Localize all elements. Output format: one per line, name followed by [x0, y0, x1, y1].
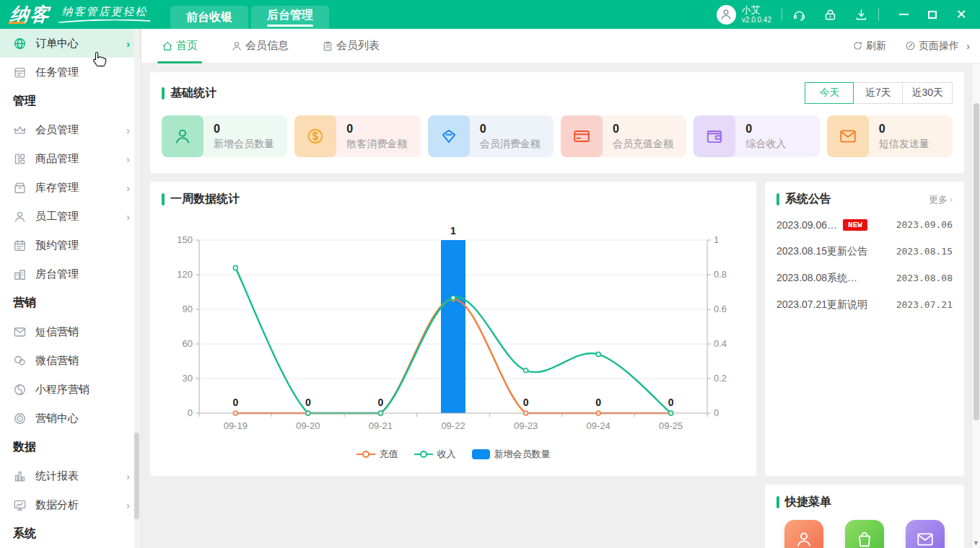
- sidebar-item-booking-mgmt[interactable]: 预约管理: [0, 231, 140, 260]
- filter-today[interactable]: 今天: [805, 82, 854, 104]
- announcement-row[interactable]: 2023.09.06… NEW 2023.09.06: [776, 211, 953, 238]
- stat-value: 0: [745, 123, 786, 136]
- stat-value: 0: [214, 123, 274, 136]
- logo-accent: [8, 22, 25, 24]
- room-icon: [13, 268, 27, 281]
- svg-text:09-19: 09-19: [224, 420, 248, 431]
- title-tick: [776, 193, 779, 206]
- date-filter-group: 今天 近7天 近30天: [805, 82, 953, 104]
- chevron-right-icon: ›: [126, 37, 130, 50]
- svg-text:09-20: 09-20: [296, 420, 320, 431]
- app-header: 纳客 纳客管店更轻松 前台收银 后台管理 小艾 v2.0.0.42 ✕: [0, 0, 980, 29]
- svg-text:150: 150: [177, 234, 193, 245]
- user-block[interactable]: 小艾 v2.0.0.42: [717, 5, 771, 25]
- sidebar-item-label: 数据分析: [35, 498, 126, 512]
- svg-text:0: 0: [714, 407, 719, 418]
- title-tick: [162, 193, 165, 206]
- stat-card-new-members[interactable]: 0 新增会员数量: [162, 115, 287, 157]
- tab-member-info[interactable]: 会员信息: [231, 29, 289, 63]
- page-content: 基础统计 今天 近7天 近30天 0 新增会员数量 0 散客消费金额: [150, 72, 964, 548]
- page-scrollbar[interactable]: ▼: [971, 63, 980, 548]
- sms-icon: [906, 520, 945, 548]
- sidebar-item-room-mgmt[interactable]: 房台管理: [0, 260, 140, 288]
- svg-text:1: 1: [714, 234, 719, 245]
- svg-text:09-23: 09-23: [514, 420, 538, 431]
- sidebar-item-order-center[interactable]: 订单中心 ›: [0, 29, 140, 58]
- page-scrollbar-thumb[interactable]: [974, 103, 979, 420]
- legend-label: 收入: [437, 448, 456, 461]
- quick-sms-send[interactable]: 短信发送: [905, 520, 945, 548]
- person-icon: [231, 40, 242, 52]
- tab-home[interactable]: 首页: [162, 29, 198, 63]
- lock-icon[interactable]: [823, 8, 837, 22]
- sidebar-scrollbar-thumb[interactable]: [134, 433, 139, 519]
- refresh-button[interactable]: 刷新: [852, 40, 886, 53]
- stat-value: 0: [879, 123, 929, 136]
- sidebar-item-miniapp-marketing[interactable]: 小程序营销: [0, 375, 140, 404]
- title-tick: [776, 496, 779, 508]
- page-ops-button[interactable]: 页面操作: [905, 40, 959, 53]
- app-logo: 纳客: [0, 1, 58, 27]
- week-chart[interactable]: 0001000030609012015000.20.40.60.8109-190…: [165, 226, 742, 442]
- quick-goods-list[interactable]: 商品列表: [844, 520, 885, 548]
- stat-card-sms-sent[interactable]: 0 短信发送量: [827, 115, 953, 157]
- avatar: [717, 5, 736, 25]
- quick-menu-panel: 快捷菜单 会员列表 商品列表 短信发送 商城订单: [765, 485, 964, 548]
- member-list-icon: [784, 520, 823, 548]
- sidebar-item-staff-mgmt[interactable]: 员工管理 ›: [0, 202, 140, 231]
- announcement-row[interactable]: 2023.08.08系统… 2023.08.08: [776, 265, 953, 291]
- stat-card-member-spend[interactable]: 0 会员消费金额: [428, 115, 554, 157]
- stat-card-recharge[interactable]: 0 会员充值金额: [561, 115, 686, 157]
- sidebar-item-inventory-mgmt[interactable]: 库存管理 ›: [0, 173, 140, 202]
- nav-front-cashier[interactable]: 前台收银: [170, 6, 248, 29]
- page-ops-icon: [905, 40, 916, 51]
- close-button[interactable]: ✕: [947, 0, 976, 29]
- sidebar-item-report[interactable]: 统计报表 ›: [0, 461, 140, 490]
- scrollbar-down-arrow[interactable]: ▼: [972, 539, 980, 547]
- sidebar-item-label: 营销中心: [35, 412, 130, 425]
- sidebar-item-label: 会员管理: [35, 123, 126, 137]
- filter-7days[interactable]: 近7天: [854, 82, 903, 104]
- sidebar-item-sms-marketing[interactable]: 短信营销: [0, 317, 140, 346]
- maximize-button[interactable]: [918, 0, 947, 29]
- legend-recharge[interactable]: 充值: [356, 448, 398, 461]
- app-version: v2.0.0.42: [742, 16, 771, 25]
- support-headset-icon[interactable]: [792, 8, 806, 22]
- mail-icon: [13, 325, 27, 339]
- svg-text:0: 0: [188, 407, 193, 418]
- legend-income[interactable]: 收入: [414, 448, 456, 461]
- sidebar-item-task-mgmt[interactable]: 任务管理: [0, 58, 140, 87]
- download-icon[interactable]: [854, 8, 868, 22]
- sidebar-item-data-analysis[interactable]: 数据分析 ›: [0, 490, 140, 519]
- quick-menu-title: 快捷菜单: [785, 495, 831, 510]
- quick-member-list[interactable]: 会员列表: [784, 520, 824, 548]
- stat-label: 短信发送量: [879, 138, 929, 151]
- sidebar-item-member-mgmt[interactable]: 会员管理 ›: [0, 115, 140, 144]
- nav-backend-admin[interactable]: 后台管理: [251, 6, 329, 29]
- tagline: 纳客管店更轻松: [58, 5, 152, 24]
- announcement-title: 2023.08.15更新公告: [776, 245, 867, 258]
- sidebar-item-goods-mgmt[interactable]: 商品管理 ›: [0, 144, 140, 173]
- stat-label: 新增会员数量: [214, 138, 274, 151]
- legend-new-members[interactable]: 新增会员数量: [472, 448, 551, 461]
- announcement-row[interactable]: 2023.08.15更新公告 2023.08.15: [776, 238, 953, 265]
- announcement-row[interactable]: 2023.07.21更新说明 2023.07.21: [776, 291, 953, 318]
- stat-card-total-income[interactable]: 0 综合收入: [694, 115, 819, 157]
- tab-member-list[interactable]: 会员列表: [322, 29, 380, 63]
- sidebar-scrollbar[interactable]: [134, 29, 139, 548]
- more-link[interactable]: 更多›: [929, 193, 953, 206]
- svg-text:0: 0: [305, 397, 311, 408]
- member-icon: [162, 115, 204, 157]
- svg-text:0: 0: [378, 397, 384, 408]
- filter-30days[interactable]: 近30天: [903, 82, 953, 104]
- minimize-button[interactable]: [889, 0, 918, 29]
- svg-text:09-21: 09-21: [369, 420, 393, 431]
- sidebar-item-marketing-center[interactable]: 营销中心: [0, 404, 140, 433]
- stat-label: 会员消费金额: [480, 138, 541, 151]
- sidebar-item-wechat-marketing[interactable]: 微信营销: [0, 346, 140, 375]
- sidebar-item-label: 库存管理: [35, 181, 126, 195]
- toolbar-chevron-icon[interactable]: ›: [966, 40, 970, 52]
- page-ops-label: 页面操作: [919, 40, 959, 53]
- stat-card-walkin-spend[interactable]: 0 散客消费金额: [294, 115, 420, 157]
- legend-bar-marker: [472, 449, 490, 459]
